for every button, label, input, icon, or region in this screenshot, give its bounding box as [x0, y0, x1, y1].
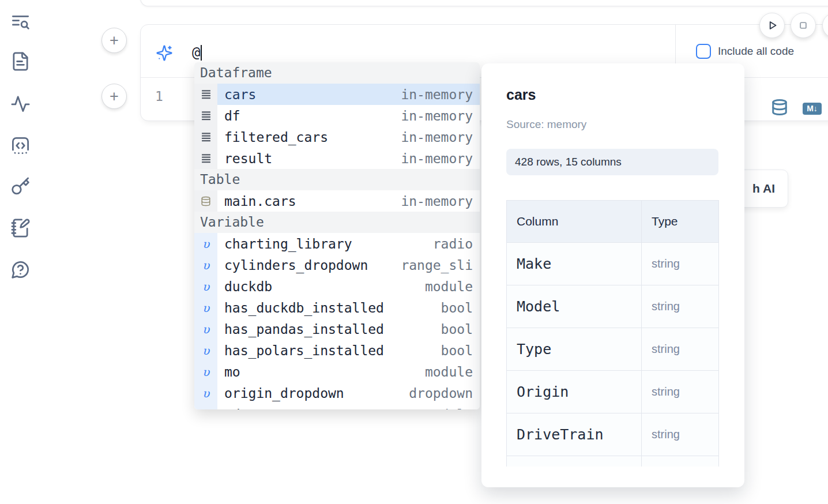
column-name: Origin: [507, 371, 642, 413]
variable-icon: υ: [202, 344, 209, 358]
variable-icon: υ: [202, 386, 209, 400]
column-name: Make: [507, 243, 642, 285]
add-cell-button-top[interactable]: +: [101, 28, 127, 53]
completion-item-type: dropdown: [409, 386, 480, 401]
rows-icon: [201, 111, 211, 121]
variable-icon: υ: [202, 301, 209, 315]
text-search-icon[interactable]: [10, 12, 31, 33]
notebook-pen-icon[interactable]: [10, 218, 31, 239]
line-number: 1: [153, 89, 165, 104]
kind-gutter: [194, 105, 217, 126]
column-type: string: [642, 285, 719, 328]
column-name: Type: [507, 328, 642, 371]
kind-gutter: υ: [194, 276, 217, 297]
completion-item-body: duckdbmodule: [217, 276, 480, 297]
schema-column-header: Type: [642, 201, 719, 243]
completion-item-origin_dropdown[interactable]: υorigin_dropdowndropdown: [194, 382, 480, 404]
kind-gutter: υ: [194, 404, 217, 409]
schema-row: Modelstring: [507, 285, 719, 328]
variable-icon: υ: [202, 280, 209, 294]
rows-icon: [201, 132, 211, 142]
completion-item-has_duckdb_installed[interactable]: υhas_duckdb_installedbool: [194, 297, 480, 318]
completion-item-type: bool: [441, 343, 480, 358]
database-icon: [201, 196, 211, 206]
include-all-code-checkbox[interactable]: [696, 44, 711, 59]
completion-item-duckdb[interactable]: υduckdbmodule: [194, 276, 480, 297]
completion-item-result[interactable]: resultin-memory: [194, 148, 480, 169]
completion-item-name: pd: [224, 407, 240, 410]
completion-item-type: in-memory: [401, 108, 480, 123]
completion-item-cars[interactable]: carsin-memory: [194, 84, 480, 105]
variable-icon: υ: [202, 408, 209, 410]
completion-item-pd[interactable]: υpdmodule: [194, 404, 480, 409]
completion-item-main.cars[interactable]: main.carsin-memory: [194, 190, 480, 212]
column-name: Model: [507, 285, 642, 328]
variable-icon: υ: [202, 365, 209, 379]
kind-gutter: [194, 190, 217, 212]
completion-item-name: cylinders_dropdown: [224, 258, 368, 273]
completion-item-body: origin_dropdowndropdown: [217, 382, 480, 404]
completion-item-type: radio: [433, 236, 480, 251]
completion-item-type: in-memory: [401, 151, 480, 166]
completion-item-cylinders_dropdown[interactable]: υcylinders_dropdownrange_sli: [194, 254, 480, 276]
prompt-value: @: [192, 44, 200, 61]
schema-table-wrapper: ColumnType MakestringModelstringTypestri…: [506, 200, 719, 467]
completion-item-type: in-memory: [401, 130, 480, 145]
completion-section-header: Dataframe: [194, 62, 480, 84]
help-circle-icon[interactable]: [10, 259, 31, 280]
add-cell-button-bottom[interactable]: +: [101, 84, 127, 109]
completion-item-type: in-memory: [401, 194, 480, 209]
column-type: string: [642, 243, 719, 285]
completion-item-has_pandas_installed[interactable]: υhas_pandas_installedbool: [194, 318, 480, 340]
completion-item-type: module: [425, 407, 480, 410]
completion-item-name: origin_dropdown: [224, 386, 344, 401]
completion-item-body: filtered_carsin-memory: [217, 126, 480, 148]
activity-icon[interactable]: [10, 93, 31, 114]
key-icon[interactable]: [10, 176, 31, 197]
kind-gutter: υ: [194, 254, 217, 276]
completion-item-body: charting_libraryradio: [217, 233, 480, 254]
completion-section-header: Table: [194, 169, 480, 190]
run-cell-button[interactable]: [759, 13, 785, 38]
stop-button[interactable]: [791, 13, 816, 38]
dataframe-preview-panel: cars Source: memory 428 rows, 15 columns…: [481, 63, 744, 487]
kind-gutter: υ: [194, 233, 217, 254]
completion-item-type: module: [425, 279, 480, 294]
shape-badge: 428 rows, 15 columns: [506, 149, 718, 175]
markdown-icon[interactable]: M↓: [803, 103, 822, 115]
completion-item-body: has_duckdb_installedbool: [217, 297, 480, 318]
database-icon[interactable]: [771, 99, 788, 116]
completion-item-df[interactable]: dfin-memory: [194, 105, 480, 126]
code-snippet-icon[interactable]: [10, 136, 31, 156]
kind-gutter: υ: [194, 318, 217, 340]
completion-item-body: resultin-memory: [217, 148, 480, 169]
completion-item-name: df: [224, 108, 240, 123]
ai-prompt-input[interactable]: @: [192, 43, 202, 62]
completion-item-name: duckdb: [224, 279, 272, 294]
variable-icon: υ: [202, 237, 209, 251]
completion-item-name: cars: [224, 87, 256, 102]
schema-row: Makestring: [507, 243, 719, 285]
schema-column-header: Column: [507, 201, 642, 243]
text-cursor: [201, 45, 202, 61]
completion-item-name: filtered_cars: [224, 130, 328, 145]
completion-item-body: pdmodule: [217, 404, 480, 409]
completion-item-body: has_polars_installedbool: [217, 340, 480, 361]
completion-item-charting_library[interactable]: υcharting_libraryradio: [194, 233, 480, 254]
completion-item-name: main.cars: [224, 194, 296, 209]
completion-item-name: has_pandas_installed: [224, 322, 384, 337]
preview-title: cars: [506, 86, 536, 103]
schema-table: ColumnType MakestringModelstringTypestri…: [506, 200, 719, 467]
kind-gutter: υ: [194, 340, 217, 361]
completion-item-has_polars_installed[interactable]: υhas_polars_installedbool: [194, 340, 480, 361]
completion-item-filtered_cars[interactable]: filtered_carsin-memory: [194, 126, 480, 148]
schema-row: Originstring: [507, 371, 719, 413]
completion-item-type: bool: [441, 300, 480, 315]
completion-item-body: carsin-memory: [217, 84, 480, 105]
completion-item-name: has_polars_installed: [224, 343, 384, 358]
kind-gutter: υ: [194, 297, 217, 318]
file-text-icon[interactable]: [10, 51, 31, 72]
completion-item-body: cylinders_dropdownrange_sli: [217, 254, 480, 276]
completion-item-mo[interactable]: υmomodule: [194, 361, 480, 382]
kind-gutter: [194, 148, 217, 169]
